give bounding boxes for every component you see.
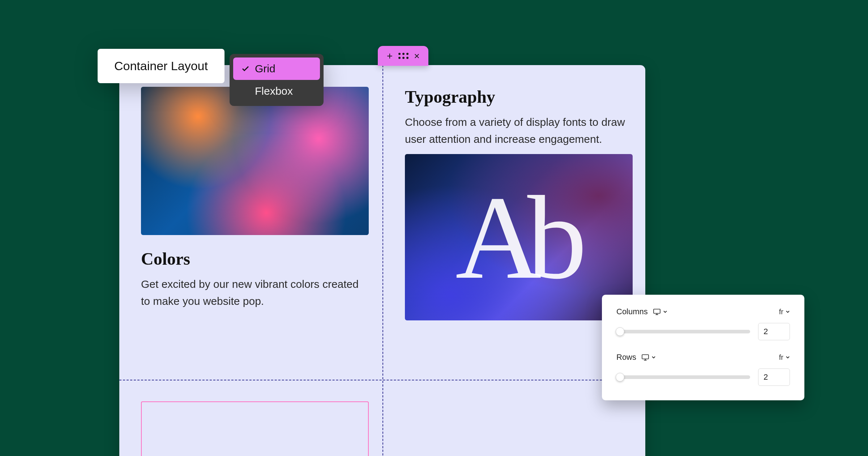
grid-settings-panel: Columns fr 2 Rows — [602, 295, 804, 400]
slider-thumb[interactable] — [616, 327, 624, 336]
chevron-down-icon — [651, 355, 656, 359]
unit-label: fr — [779, 353, 783, 362]
check-icon — [241, 64, 250, 73]
rows-label: Rows — [616, 353, 636, 362]
layout-option-label: Grid — [255, 63, 275, 75]
layout-option-flexbox[interactable]: Flexbox — [233, 80, 320, 102]
grid-cell-colors: Colors Get excited by our new vibrant co… — [141, 87, 369, 310]
card-body-typography: Choose from a variety of display fonts t… — [405, 114, 633, 148]
grid-cell-typography: Typography Choose from a variety of disp… — [405, 87, 633, 320]
device-selector-rows[interactable] — [641, 354, 656, 361]
unit-selector-rows[interactable]: fr — [779, 353, 790, 362]
chevron-down-icon — [786, 355, 790, 359]
svg-rect-1 — [642, 355, 649, 359]
card-title-colors: Colors — [141, 249, 369, 269]
layout-option-grid[interactable]: Grid — [233, 57, 320, 80]
unit-selector-columns[interactable]: fr — [779, 308, 790, 316]
svg-rect-0 — [654, 309, 660, 314]
typography-sample-glyph: Ab — [405, 154, 633, 320]
chevron-down-icon — [786, 310, 790, 314]
columns-slider[interactable] — [616, 330, 750, 333]
desktop-icon — [653, 308, 661, 315]
card-title-typography: Typography — [405, 87, 633, 107]
empty-grid-slot[interactable] — [141, 401, 369, 456]
columns-value-input[interactable]: 2 — [758, 323, 790, 340]
container-layout-label: Container Layout — [98, 49, 225, 83]
rows-control: Rows fr 2 — [616, 353, 790, 386]
rows-value: 2 — [764, 372, 768, 382]
device-selector-columns[interactable] — [653, 308, 667, 315]
unit-label: fr — [779, 308, 783, 316]
container-layout-menu: Grid Flexbox — [230, 54, 324, 106]
rows-value-input[interactable]: 2 — [758, 368, 790, 386]
desktop-icon — [641, 354, 649, 361]
columns-value: 2 — [764, 327, 768, 336]
block-handle[interactable] — [378, 46, 428, 66]
typography-image: Ab — [405, 154, 633, 320]
plus-icon[interactable] — [386, 52, 393, 60]
rows-slider[interactable] — [616, 375, 750, 379]
glyph-b: b — [527, 169, 582, 306]
columns-control: Columns fr 2 — [616, 307, 790, 340]
chevron-down-icon — [663, 310, 667, 314]
editor-canvas: Colors Get excited by our new vibrant co… — [119, 65, 645, 456]
colors-image — [141, 87, 369, 235]
container-layout-popover: Container Layout Grid Flexbox — [98, 49, 324, 106]
check-icon-empty — [241, 87, 250, 95]
drag-handle-icon[interactable] — [398, 53, 409, 59]
close-icon[interactable] — [414, 53, 420, 59]
slider-thumb[interactable] — [616, 373, 624, 382]
card-body-colors: Get excited by our new vibrant colors cr… — [141, 276, 369, 310]
glyph-a: A — [456, 169, 537, 306]
columns-label: Columns — [616, 307, 648, 316]
layout-option-label: Flexbox — [255, 85, 293, 97]
